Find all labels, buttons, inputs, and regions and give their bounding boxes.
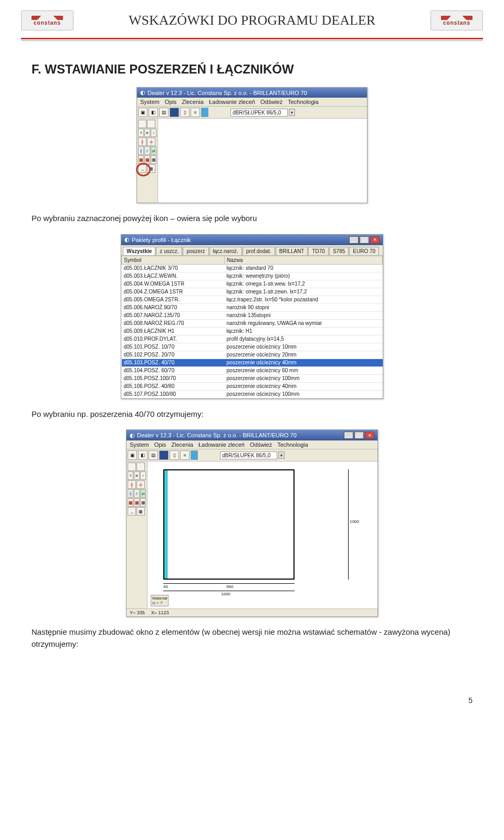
menu-item[interactable]: Ładowanie zleceń bbox=[198, 442, 245, 448]
table-row[interactable]: d05.107.POSZ.100/80poszerzenie ościeżnic… bbox=[122, 390, 383, 398]
column-header[interactable]: Symbol bbox=[122, 256, 225, 264]
table-row[interactable]: d05.004.Z.OMEGA 1STRłącznik: omega 1-str… bbox=[122, 288, 383, 296]
side-btn[interactable]: ↑ bbox=[140, 471, 146, 480]
side-btn[interactable]: ╫ bbox=[138, 138, 146, 146]
table-row[interactable]: d05.104.POSZ. 60/70poszerzenie ościeżnic… bbox=[122, 366, 383, 374]
tool-btn[interactable] bbox=[191, 450, 198, 460]
menu-item[interactable]: Opis bbox=[165, 99, 177, 105]
tool-btn[interactable]: ◧ bbox=[149, 108, 158, 117]
profile-select[interactable]: dBR/SŁUPEK 86/5,0 bbox=[230, 109, 288, 117]
table-row[interactable]: d05.006.NAROŻ.90/70narożnik 90 stopni bbox=[122, 303, 383, 311]
tool-btn[interactable]: ≡ bbox=[191, 108, 200, 117]
side-btn[interactable] bbox=[138, 120, 146, 128]
cell-name: poszerzenie ościeżnicy 100mm bbox=[225, 374, 383, 382]
side-btn[interactable]: Z bbox=[134, 489, 140, 498]
side-btn[interactable]: ▦ bbox=[147, 164, 155, 173]
menu-item[interactable]: System bbox=[140, 99, 160, 105]
side-btn[interactable]: ╫ bbox=[138, 146, 144, 155]
filter-tab[interactable]: Wszystkie bbox=[123, 247, 155, 255]
side-btn[interactable]: zł bbox=[140, 489, 146, 498]
filter-tab[interactable]: EURO 70 bbox=[349, 247, 379, 255]
tool-btn[interactable]: ▣ bbox=[128, 450, 137, 460]
side-btn[interactable]: ✕ bbox=[134, 471, 140, 480]
minimize-button[interactable]: _ bbox=[344, 432, 353, 439]
column-header[interactable]: Nazwa bbox=[225, 256, 383, 264]
table-row[interactable]: d05.106.POSZ. 40/80poszerzenie ościeżnic… bbox=[122, 382, 383, 390]
side-btn[interactable]: ╪ bbox=[147, 138, 155, 146]
tool-btn[interactable]: ▯ bbox=[170, 450, 179, 460]
table-row[interactable]: d05.007.NAROŻ.135/70narożnik 135stopni bbox=[122, 311, 383, 319]
filter-tab[interactable]: TD70 bbox=[308, 247, 328, 255]
dropdown-icon[interactable]: ▾ bbox=[289, 109, 295, 116]
side-btn[interactable]: ▦ bbox=[144, 155, 150, 164]
side-btn[interactable]: ▦ bbox=[136, 507, 145, 516]
side-btn[interactable] bbox=[147, 120, 155, 128]
side-btn[interactable]: ? bbox=[138, 129, 144, 137]
tool-btn[interactable] bbox=[201, 108, 208, 117]
table-row[interactable]: d05.005.OMEGA 2STR.łącz.trapez.2str. lx=… bbox=[122, 296, 383, 303]
profile-select[interactable]: dBR/SŁUPEK 86/5,0 bbox=[220, 452, 277, 459]
insert-extension-button[interactable]: ⎵ bbox=[138, 164, 146, 173]
tool-btn[interactable]: ≡ bbox=[180, 450, 190, 460]
side-btn[interactable]: Z bbox=[144, 146, 150, 155]
side-btn[interactable]: ╪ bbox=[136, 480, 145, 489]
menu-item[interactable]: Odśwież bbox=[260, 99, 282, 105]
table-row[interactable]: d05.001.ŁĄCZNIK 3/70łącznik: standard 70 bbox=[122, 264, 383, 272]
table-row[interactable]: d05.010.PROF.DYLAT.profil dylatacyjny lx… bbox=[122, 335, 383, 343]
dropdown-icon[interactable]: ▾ bbox=[278, 452, 285, 459]
filter-tab[interactable]: poszerz bbox=[183, 247, 208, 255]
side-btn[interactable]: ▦ bbox=[128, 498, 133, 507]
side-btn[interactable] bbox=[136, 463, 145, 471]
side-btn[interactable]: ▦ bbox=[151, 155, 156, 164]
menu-item[interactable]: Odśwież bbox=[250, 442, 272, 448]
menu-item[interactable]: Zlecenia bbox=[171, 442, 193, 448]
filter-tab[interactable]: z uszcz. bbox=[156, 247, 182, 255]
filter-tab[interactable]: łącz.naroż. bbox=[209, 247, 242, 255]
menu-item[interactable]: Opis bbox=[154, 442, 166, 448]
menu-item[interactable]: Ładowanie zleceń bbox=[209, 99, 255, 105]
table-row[interactable]: d05.102.POSZ. 20/70poszerzenie ościeżnic… bbox=[122, 351, 383, 359]
menu-item[interactable]: System bbox=[130, 442, 149, 448]
table-row[interactable]: d05.101.POSZ. 10/70poszerzenie ościeżnic… bbox=[122, 343, 383, 351]
cell-symbol: d05.106.POSZ. 40/80 bbox=[122, 382, 225, 390]
table-row[interactable]: d05.105.POSZ.100/70poszerzenie ościeżnic… bbox=[122, 374, 383, 382]
menu-item[interactable]: Zlecenia bbox=[182, 99, 204, 105]
side-btn[interactable]: ✕ bbox=[144, 129, 150, 137]
side-btn[interactable]: ▦ bbox=[134, 498, 140, 507]
maximize-button[interactable]: ▢ bbox=[354, 432, 364, 439]
side-btn[interactable] bbox=[128, 463, 136, 471]
tool-btn[interactable]: ◧ bbox=[138, 450, 148, 460]
table-row[interactable]: d05.009.ŁĄCZNIK H1łącznik: H1 bbox=[122, 327, 383, 335]
side-btn[interactable]: ⎵ bbox=[128, 507, 136, 516]
table-row[interactable]: d05.008.NAROŻ.REG./70narożnik regulowany… bbox=[122, 319, 383, 327]
maximize-button[interactable]: ▢ bbox=[360, 236, 369, 244]
side-btn[interactable]: ↑ bbox=[151, 129, 156, 137]
menu-item[interactable]: Technologia bbox=[288, 99, 319, 105]
side-btn[interactable]: ▦ bbox=[140, 498, 146, 507]
close-button[interactable]: ✕ bbox=[365, 432, 374, 439]
filter-tab[interactable]: S785 bbox=[329, 247, 349, 255]
drawing-canvas[interactable] bbox=[158, 119, 367, 203]
tool-btn[interactable]: ▤ bbox=[159, 108, 169, 117]
tool-btn[interactable]: ▤ bbox=[149, 450, 158, 460]
tool-btn[interactable] bbox=[170, 108, 179, 117]
close-button[interactable]: ✕ bbox=[370, 236, 380, 244]
drawing-canvas[interactable]: 1000 40 960 1000 Materiał U = ? bbox=[148, 461, 377, 608]
coord-x: X= 1123 bbox=[151, 610, 169, 615]
menu-item[interactable]: Technologia bbox=[277, 442, 308, 448]
side-btn[interactable]: ▦ bbox=[138, 155, 144, 164]
filter-tab[interactable]: BRILLANT bbox=[276, 247, 308, 255]
table-row[interactable]: d05.004.W.OMEGA 1STRłącznik: omega 1-str… bbox=[122, 280, 383, 288]
side-btn[interactable]: ? bbox=[128, 471, 133, 480]
table-row[interactable]: d05.103.POSZ. 40/70poszerzenie ościeżnic… bbox=[122, 359, 383, 366]
side-btn[interactable]: zł bbox=[151, 146, 156, 155]
tool-btn[interactable] bbox=[159, 450, 169, 460]
app-icon: ◐ bbox=[140, 89, 145, 96]
minimize-button[interactable]: _ bbox=[349, 236, 359, 244]
table-row[interactable]: d05.003.ŁĄCZ.WEWN.łącznik: wewnętrzny (p… bbox=[122, 272, 383, 280]
tool-btn[interactable]: ▣ bbox=[138, 108, 148, 117]
filter-tab[interactable]: prof.dodat. bbox=[243, 247, 275, 255]
side-btn[interactable]: ╫ bbox=[128, 480, 136, 489]
tool-btn[interactable]: ▯ bbox=[180, 108, 190, 117]
side-btn[interactable]: ╫ bbox=[128, 489, 133, 498]
